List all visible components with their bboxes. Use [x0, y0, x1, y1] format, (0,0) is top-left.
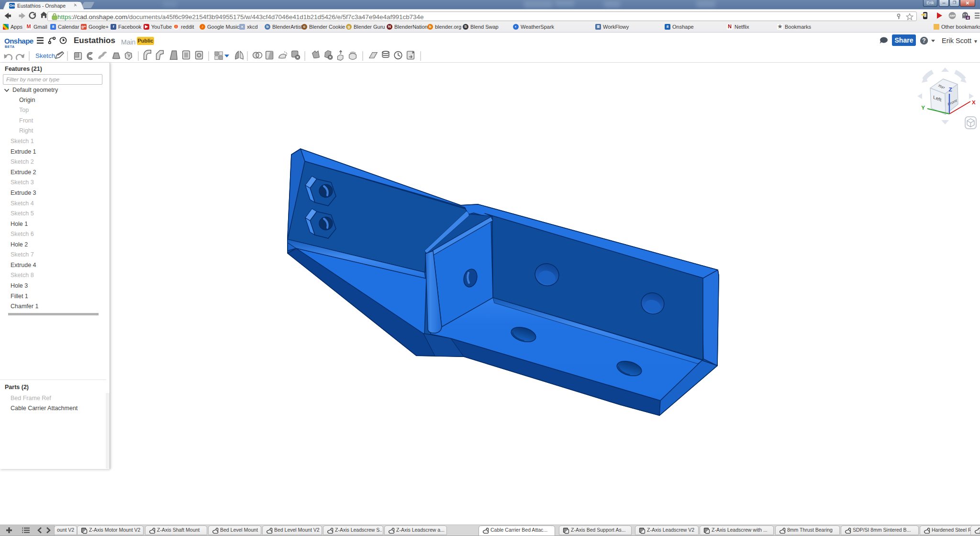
svg-text:4: 4 [967, 16, 969, 20]
svg-text:Y: Y [921, 105, 925, 111]
svg-text:Sketch: Sketch [35, 52, 55, 59]
svg-text:ABP: ABP [949, 14, 955, 17]
svg-text:Z: Z [948, 87, 952, 92]
svg-text:?: ? [922, 37, 925, 44]
svg-text:X: X [972, 100, 976, 105]
